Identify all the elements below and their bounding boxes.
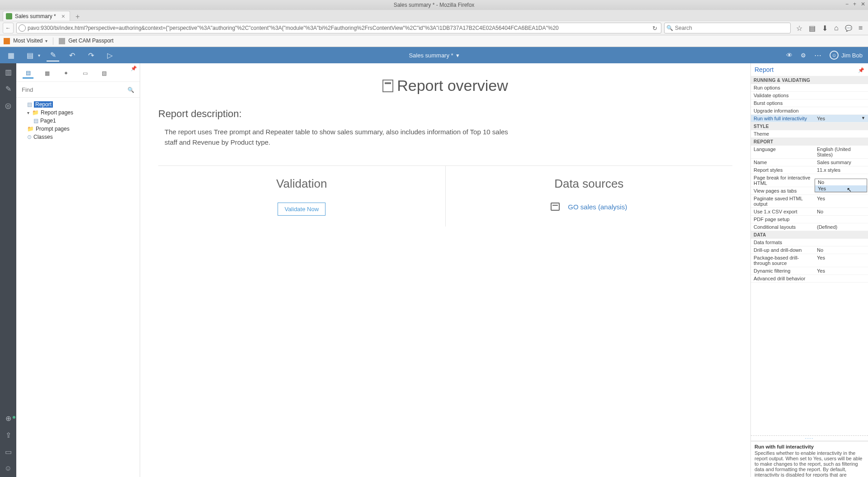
prop-report-styles[interactable]: Report styles11.x styles — [751, 166, 868, 174]
bookmark-separator — [53, 38, 53, 45]
panel-tab-classes-icon[interactable]: ▭ — [80, 68, 90, 79]
address-bar[interactable]: pavo:9300/bi/index.html?perspective=auth… — [16, 23, 661, 33]
report-overview-icon — [382, 80, 393, 92]
tree-page1[interactable]: ▤ Page1 — [33, 117, 135, 125]
rail-toolbox-icon[interactable]: ✎ — [5, 85, 11, 93]
user-name: Jim Bob — [841, 52, 863, 59]
classes-icon: ⊙ — [27, 134, 32, 140]
folder-icon: 📁 — [27, 126, 34, 132]
settings-sliders-icon[interactable] — [801, 51, 806, 59]
prop-upgrade-info[interactable]: Upgrade information — [751, 107, 868, 115]
tree-classes[interactable]: ⊙ Classes — [27, 133, 135, 141]
tree-label: Classes — [33, 134, 53, 140]
validate-now-button[interactable]: Validate Now — [278, 203, 326, 216]
tab-favicon — [6, 13, 12, 19]
user-menu[interactable]: ☺ Jim Bob — [830, 51, 863, 60]
pin-icon[interactable] — [858, 66, 864, 73]
hamburger-menu-icon[interactable] — [859, 24, 863, 33]
minimize-icon[interactable]: − — [845, 1, 849, 7]
find-input[interactable] — [22, 86, 127, 93]
properties-panel-title: Report — [755, 66, 774, 73]
bookmark-most-visited[interactable]: Most Visited ▾ — [4, 38, 47, 44]
rail-profile-icon[interactable]: ☺ — [5, 464, 12, 472]
tab-close-icon[interactable]: × — [61, 13, 65, 20]
prop-paginate-html[interactable]: Paginate saved HTML outputYes — [751, 195, 868, 208]
prop-csv-export[interactable]: Use 1.x CSV exportNo — [751, 208, 868, 216]
dropdown-option-yes[interactable]: Yes — [815, 185, 867, 192]
window-titlebar: Sales summary * - Mozilla Firefox − + ✕ — [0, 0, 868, 10]
prop-pdf-setup[interactable]: PDF page setup — [751, 216, 868, 223]
pin-icon[interactable] — [131, 65, 137, 71]
home-icon[interactable] — [834, 24, 839, 33]
browser-tab[interactable]: Sales summary * × — [3, 11, 70, 21]
validation-heading: Validation — [172, 177, 432, 191]
panel-tab-variables-icon[interactable]: ▧ — [99, 68, 109, 79]
more-icon[interactable] — [814, 51, 821, 60]
back-button[interactable]: ← — [3, 23, 14, 33]
edit-mode-button[interactable] — [47, 49, 59, 61]
interactivity-dropdown[interactable]: No Yes — [815, 179, 867, 192]
tab-label: Sales summary * — [15, 13, 56, 19]
bookmark-star-icon[interactable] — [796, 24, 802, 33]
close-window-icon[interactable]: ✕ — [861, 1, 865, 7]
downloads-icon[interactable] — [822, 24, 828, 33]
redo-button[interactable] — [85, 49, 97, 61]
page-grey-icon — [59, 38, 65, 44]
chat-icon[interactable] — [845, 24, 852, 33]
tree-report-pages[interactable]: ▾ 📁 Report pages — [27, 109, 135, 117]
find-icon[interactable] — [127, 85, 134, 94]
rail-add-icon[interactable]: ⊕ — [5, 414, 11, 423]
prop-adv-drill[interactable]: Advanced drill behavior — [751, 275, 868, 283]
bookmarks-icon[interactable] — [809, 24, 816, 33]
panel-tab-queries-icon[interactable]: ▦ — [42, 68, 52, 79]
dropdown-arrow-icon[interactable]: ▼ — [861, 116, 865, 120]
panel-tab-conditions-icon[interactable]: ✦ — [61, 68, 71, 79]
rail-upload-icon[interactable]: ⇪ — [5, 431, 11, 439]
rail-data-icon[interactable]: ▥ — [5, 68, 12, 76]
panel-tab-pages-icon[interactable]: ▤ — [23, 68, 33, 79]
prop-drill-updown[interactable]: Drill-up and drill-downNo — [751, 246, 868, 254]
datasources-heading: Data sources — [459, 177, 719, 191]
left-icon-rail: ▥ ✎ ◎ ⊕ ⇪ ▭ ☺ — [0, 63, 16, 477]
status-dot-icon — [13, 416, 15, 419]
preview-icon[interactable] — [786, 51, 793, 59]
save-button[interactable] — [24, 49, 36, 61]
prop-pkg-drill[interactable]: Package-based drill-through sourceYes — [751, 254, 868, 267]
prop-language[interactable]: LanguageEnglish (United States) — [751, 146, 868, 159]
prop-dyn-filter[interactable]: Dynamic filteringYes — [751, 267, 868, 275]
main-canvas: Report overview Report description: The … — [140, 63, 750, 477]
left-panel: ▤ ▦ ✦ ▭ ▧ ▤ Report ▾ 📁 Report pages — [16, 63, 140, 477]
tree-prompt-pages[interactable]: 📁 Prompt pages — [27, 125, 135, 133]
help-body: Specifies whether to enable interactivit… — [755, 450, 864, 477]
datasource-icon — [551, 203, 560, 211]
prop-name[interactable]: NameSales summary — [751, 159, 868, 166]
datasource-link[interactable]: GO sales (analysis) — [568, 203, 627, 211]
undo-button[interactable] — [66, 49, 78, 61]
prop-run-interactivity[interactable]: Run with full interactivity Yes▼ — [751, 115, 868, 123]
section-running-validating: RUNNING & VALIDATING — [751, 76, 868, 84]
rail-compass-icon[interactable]: ◎ — [5, 101, 11, 110]
document-title-menu[interactable]: Sales summary * ▾ — [409, 52, 459, 59]
search-input[interactable] — [675, 25, 788, 31]
reload-icon[interactable]: ↻ — [651, 25, 659, 32]
tree-report-root[interactable]: ▤ Report — [27, 100, 135, 109]
app-switcher-icon[interactable] — [5, 49, 17, 61]
search-bar[interactable] — [664, 23, 791, 33]
new-tab-button[interactable]: + — [74, 13, 81, 21]
help-resize-handle[interactable]: ···· — [751, 435, 868, 441]
rail-monitor-icon[interactable]: ▭ — [5, 448, 12, 456]
bookmark-get-cam[interactable]: Get CAM Passport — [59, 38, 113, 44]
maximize-icon[interactable]: + — [853, 1, 856, 7]
folder-orange-icon — [4, 38, 10, 44]
prop-run-options[interactable]: Run options — [751, 84, 868, 92]
prop-data-formats[interactable]: Data formats — [751, 239, 868, 246]
chevron-down-icon: ▾ — [45, 38, 47, 43]
folder-icon: 📁 — [32, 109, 39, 116]
caret-down-icon: ▾ — [27, 110, 29, 115]
prop-cond-layouts[interactable]: Conditional layouts(Defined) — [751, 223, 868, 231]
prop-burst-options[interactable]: Burst options — [751, 99, 868, 107]
dropdown-option-no[interactable]: No — [815, 179, 867, 185]
prop-validate-options[interactable]: Validate options — [751, 92, 868, 99]
prop-theme[interactable]: Theme — [751, 130, 868, 138]
run-button[interactable] — [104, 49, 116, 61]
